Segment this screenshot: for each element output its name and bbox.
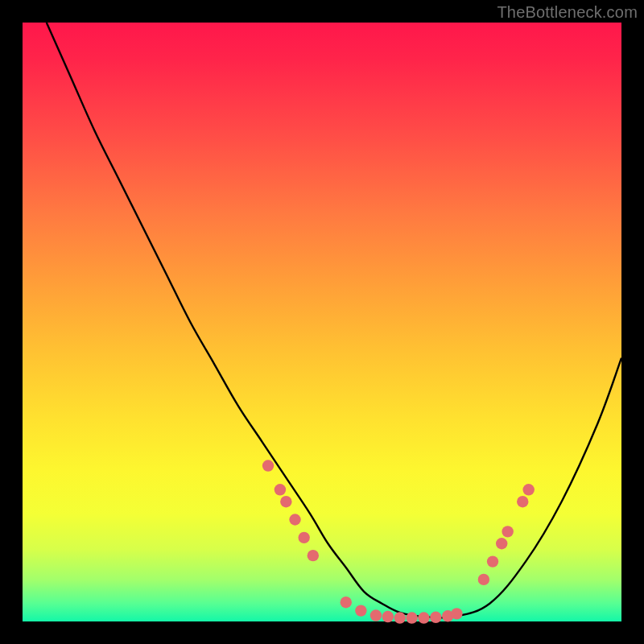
curve-marker bbox=[370, 609, 382, 621]
curve-marker bbox=[430, 612, 441, 623]
curve-marker bbox=[522, 484, 534, 495]
curve-marker bbox=[382, 611, 394, 622]
curve-marker bbox=[478, 574, 489, 585]
chart-plot-area bbox=[23, 23, 621, 621]
curve-marker bbox=[451, 608, 462, 619]
curve-marker bbox=[517, 496, 528, 507]
curve-marker bbox=[298, 532, 309, 543]
curve-marker bbox=[496, 538, 507, 549]
curve-marker bbox=[394, 612, 406, 623]
curve-marker bbox=[418, 612, 429, 623]
curve-marker bbox=[262, 460, 274, 471]
bottleneck-curve-svg bbox=[23, 23, 621, 621]
bottleneck-curve-path bbox=[47, 23, 621, 618]
curve-marker bbox=[308, 550, 319, 561]
curve-marker bbox=[487, 555, 498, 567]
curve-marker bbox=[275, 484, 286, 495]
watermark-text: TheBottleneck.com bbox=[497, 3, 638, 22]
curve-marker bbox=[289, 514, 300, 525]
curve-marker bbox=[280, 496, 291, 507]
curve-marker bbox=[502, 526, 513, 537]
curve-marker bbox=[355, 605, 366, 616]
curve-marker bbox=[406, 612, 417, 623]
curve-marker bbox=[341, 597, 352, 608]
